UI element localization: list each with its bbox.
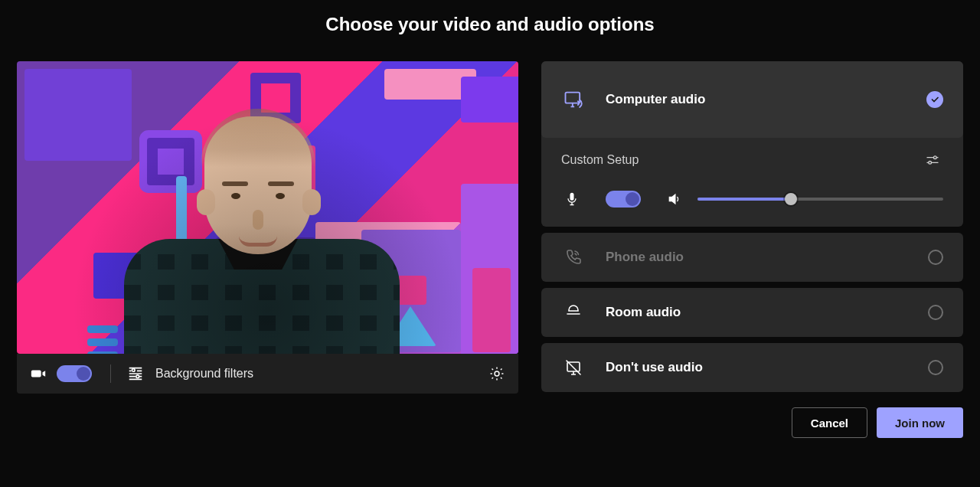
- camera-toggle[interactable]: [57, 365, 92, 382]
- volume-slider[interactable]: [697, 198, 943, 201]
- join-now-button[interactable]: Join now: [877, 407, 963, 438]
- custom-setup-label: Custom Setup: [561, 153, 639, 167]
- background-filters-button[interactable]: Background filters: [125, 363, 486, 384]
- camera-icon: [28, 363, 49, 384]
- audio-option-phone: Phone audio: [541, 233, 963, 282]
- volume-slider-fill: [697, 198, 791, 201]
- svg-point-0: [132, 369, 135, 372]
- audio-panel: Computer audio Custom Setup: [541, 61, 963, 394]
- video-controls-bar: Background filters: [17, 354, 518, 394]
- video-settings-button[interactable]: [486, 363, 508, 384]
- volume-slider-thumb[interactable]: [785, 193, 797, 205]
- audio-option-label: Phone audio: [606, 250, 928, 265]
- microphone-icon: [561, 188, 583, 210]
- audio-option-label: Computer audio: [606, 92, 926, 107]
- phone-audio-icon: [561, 245, 586, 270]
- svg-point-1: [136, 375, 139, 378]
- audio-option-label: Room audio: [606, 305, 928, 320]
- video-preview: [17, 61, 518, 354]
- footer: Cancel Join now: [0, 394, 980, 438]
- svg-point-4: [934, 156, 937, 159]
- audio-option-room[interactable]: Room audio: [541, 288, 963, 337]
- radio-unchecked-icon: [928, 305, 943, 320]
- audio-device-settings-button[interactable]: [922, 149, 943, 171]
- svg-point-2: [495, 371, 499, 376]
- page-title: Choose your video and audio options: [0, 14, 980, 35]
- svg-point-5: [929, 162, 932, 165]
- microphone-toggle[interactable]: [606, 191, 641, 208]
- audio-custom-setup: Custom Setup: [541, 138, 963, 227]
- audio-option-none[interactable]: Don't use audio: [541, 343, 963, 392]
- main-content: Background filters: [0, 35, 980, 394]
- room-audio-icon: [561, 300, 586, 325]
- speaker-icon: [664, 188, 685, 210]
- selected-check-icon: [926, 91, 943, 108]
- filters-icon: [125, 363, 146, 384]
- video-panel: Background filters: [17, 61, 518, 394]
- background-filters-label: Background filters: [155, 367, 253, 381]
- radio-unchecked-icon: [928, 360, 943, 375]
- radio-unchecked-icon: [928, 250, 943, 265]
- no-audio-icon: [561, 355, 586, 380]
- cancel-button[interactable]: Cancel: [792, 407, 867, 438]
- audio-option-label: Don't use audio: [606, 360, 928, 375]
- user-video-avatar: [124, 109, 400, 354]
- computer-audio-icon: [561, 87, 586, 112]
- computer-audio-card: Computer audio Custom Setup: [541, 61, 963, 227]
- audio-option-computer[interactable]: Computer audio: [541, 61, 963, 138]
